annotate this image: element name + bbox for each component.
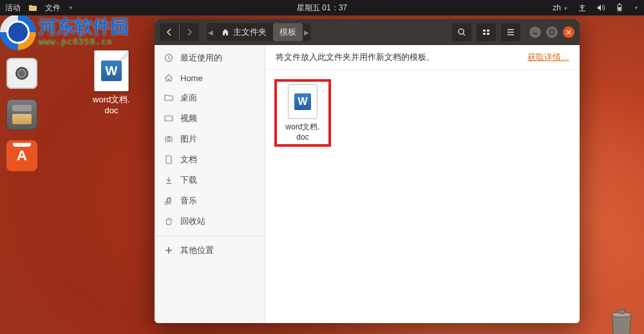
dock-software-center-icon[interactable] — [6, 140, 37, 171]
path-bar: ◀ 主文件夹 模板 ▶ — [207, 23, 310, 41]
sidebar-item-label: 图片 — [180, 133, 197, 145]
app-menu-button[interactable]: 文件 — [45, 3, 61, 14]
watermark-logo-icon — [0, 14, 36, 50]
site-watermark: 河东软件园 www.pc0359.cn — [0, 14, 129, 50]
activities-button[interactable]: 活动 — [5, 3, 21, 14]
network-icon[interactable] — [578, 3, 587, 12]
dock-files-icon[interactable] — [6, 99, 37, 130]
svg-point-11 — [166, 116, 166, 117]
places-sidebar: 最近使用的Home桌面视频图片文档下载音乐回收站 其他位置 — [155, 45, 265, 323]
svg-rect-1 — [618, 7, 621, 10]
clock-icon — [164, 53, 174, 63]
sidebar-item-2[interactable]: 桌面 — [155, 88, 265, 108]
folder-indicator-icon — [28, 3, 37, 12]
svg-rect-7 — [487, 33, 489, 35]
sidebar-item-label: 最近使用的 — [180, 52, 222, 64]
svg-rect-17 — [167, 136, 170, 138]
sidebar-item-7[interactable]: 音乐 — [155, 190, 265, 211]
nav-forward-button[interactable] — [180, 23, 199, 41]
svg-rect-5 — [487, 30, 489, 32]
svg-point-3 — [459, 29, 464, 34]
home-icon — [221, 28, 230, 37]
svg-point-14 — [171, 119, 171, 120]
music-icon — [164, 196, 174, 206]
search-button[interactable] — [452, 23, 471, 41]
sidebar-other-label: 其他位置 — [180, 245, 214, 256]
sidebar-item-label: 音乐 — [180, 195, 197, 207]
input-source-indicator[interactable]: zh ▼ — [553, 3, 568, 12]
watermark-url: www.pc0359.cn — [39, 37, 129, 46]
doc-icon — [164, 154, 174, 165]
chevron-left-icon: ◀ — [207, 29, 214, 36]
sidebar-item-label: Home — [180, 73, 203, 83]
svg-rect-4 — [483, 30, 486, 32]
sidebar-item-label: 视频 — [180, 113, 197, 124]
desktop-icon — [164, 93, 174, 103]
sidebar-item-1[interactable]: Home — [155, 68, 265, 88]
trash-desktop-icon[interactable] — [605, 306, 638, 334]
sidebar-item-8[interactable]: 回收站 — [155, 211, 265, 232]
hamburger-menu-button[interactable] — [501, 23, 520, 41]
plus-icon — [164, 245, 174, 255]
sidebar-item-label: 桌面 — [180, 92, 197, 104]
files-window: ◀ 主文件夹 模板 ▶ — [155, 19, 580, 323]
breadcrumb-current[interactable]: 模板 — [273, 23, 303, 41]
file-label: word文档. doc — [285, 122, 319, 142]
window-maximize-button[interactable] — [546, 26, 558, 38]
info-bar: 将文件放入此文件夹并用作新文档的模板。 获取详情… — [265, 45, 580, 70]
download-icon — [164, 175, 174, 185]
content-pane: 将文件放入此文件夹并用作新文档的模板。 获取详情… Wword文档. doc — [265, 45, 580, 323]
window-titlebar: ◀ 主文件夹 模板 ▶ — [155, 19, 580, 45]
svg-point-16 — [167, 138, 170, 141]
desktop-file-item[interactable]: W word文档. doc — [82, 50, 140, 115]
volume-icon[interactable] — [596, 3, 605, 12]
trash-icon — [164, 216, 174, 227]
video-icon — [164, 113, 174, 124]
file-grid[interactable]: Wword文档. doc — [265, 70, 580, 156]
sidebar-other-locations[interactable]: 其他位置 — [155, 240, 265, 261]
window-minimize-button[interactable] — [529, 26, 541, 38]
sidebar-divider — [155, 236, 265, 236]
home-icon — [164, 73, 174, 83]
sidebar-item-4[interactable]: 图片 — [155, 129, 265, 149]
word-doc-icon: W — [288, 84, 317, 119]
view-options-button[interactable] — [477, 23, 496, 41]
breadcrumb-home[interactable]: 主文件夹 — [214, 23, 273, 41]
svg-rect-6 — [483, 33, 486, 35]
clock-label[interactable]: 星期五 01：37 — [297, 3, 347, 14]
file-item-0[interactable]: Wword文档. doc — [276, 80, 330, 145]
sidebar-item-label: 下载 — [180, 174, 197, 186]
sidebar-item-label: 文档 — [180, 154, 197, 165]
nav-back-button[interactable] — [160, 23, 179, 41]
word-doc-icon: W — [94, 50, 129, 91]
info-link[interactable]: 获取详情… — [527, 51, 569, 63]
svg-point-13 — [171, 116, 171, 117]
sidebar-item-5[interactable]: 文档 — [155, 149, 265, 170]
system-dropdown-icon[interactable]: ▼ — [634, 5, 639, 11]
window-close-button[interactable] — [563, 26, 574, 38]
sidebar-item-6[interactable]: 下载 — [155, 170, 265, 190]
svg-point-12 — [166, 119, 166, 120]
svg-rect-19 — [618, 310, 625, 313]
svg-rect-8 — [550, 30, 554, 34]
photo-icon — [164, 134, 174, 144]
svg-rect-2 — [619, 3, 620, 5]
svg-rect-10 — [165, 116, 173, 121]
sidebar-item-0[interactable]: 最近使用的 — [155, 48, 265, 68]
dock-rhythmbox-icon[interactable] — [6, 58, 37, 89]
gnome-topbar: 活动 文件 ▼ 星期五 01：37 zh ▼ ▼ — [0, 0, 644, 15]
watermark-title: 河东软件园 — [39, 17, 129, 37]
dock — [6, 58, 37, 171]
sidebar-item-label: 回收站 — [180, 216, 205, 227]
dropdown-arrow-icon: ▼ — [68, 5, 73, 11]
battery-icon[interactable] — [615, 3, 624, 12]
chevron-right-icon: ▶ — [303, 29, 310, 36]
sidebar-item-3[interactable]: 视频 — [155, 108, 265, 129]
desktop-file-label: word文档. doc — [93, 94, 130, 115]
info-text: 将文件放入此文件夹并用作新文档的模板。 — [276, 51, 435, 63]
